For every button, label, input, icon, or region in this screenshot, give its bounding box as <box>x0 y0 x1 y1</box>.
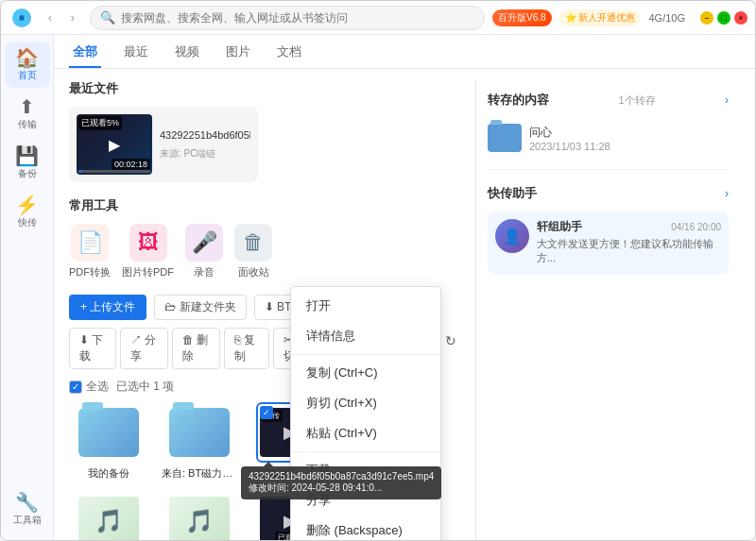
tool-pdf[interactable]: 📄 PDF转换 <box>69 224 111 279</box>
folder-icon <box>78 408 139 457</box>
duration-badge: 00:02:18 <box>112 159 150 170</box>
context-menu: 打开 详情信息 复制 (Ctrl+C) 剪切 (Ctrl+X) 粘贴 (Ctrl… <box>290 286 441 540</box>
progress-bar <box>78 170 150 173</box>
tab-all[interactable]: 全部 <box>69 38 101 68</box>
tool-trash[interactable]: 🗑 面收站 <box>234 224 272 279</box>
tool-trash-label: 面收站 <box>238 265 269 279</box>
menu-details[interactable]: 详情信息 <box>291 321 440 351</box>
tab-image[interactable]: 图片 <box>222 38 254 68</box>
helper-more[interactable]: › <box>725 187 729 200</box>
menu-copy[interactable]: 复制 (Ctrl+C) <box>291 358 440 388</box>
folder-tab <box>490 120 502 125</box>
menu-copy-label: 复制 (Ctrl+C) <box>306 364 377 381</box>
progress-badge: 已观看5% <box>78 116 122 130</box>
toolbox-icon: 🔧 <box>15 493 39 512</box>
app-window: ‹ › 🔍 百升版V6.8 ⭐ 新人开通优惠 4G/10G − □ × 🏠 首页… <box>0 0 756 541</box>
tools-grid: 📄 PDF转换 🖼 图片转PDF <box>69 224 460 279</box>
sidebar-item-quicksend-label: 快传 <box>18 216 37 229</box>
search-icon: 🔍 <box>100 10 115 25</box>
helper-desc: 大文件发送更方便！您建议私功能传输方... <box>537 237 721 266</box>
menu-delete-label: 删除 (Backspace) <box>306 522 403 539</box>
tool-img2pdf[interactable]: 🖼 图片转PDF <box>122 224 174 279</box>
recent-file-name: 43292251b4bd6f05b0a87ca3d91c7ee5fmp4 <box>160 128 250 143</box>
forward-button[interactable]: › <box>63 8 82 27</box>
file-item-backup[interactable]: 我的备份 <box>69 402 148 480</box>
tool-img2pdf-label: 图片转PDF <box>122 265 174 279</box>
menu-paste-label: 粘贴 (Ctrl+V) <box>306 425 377 442</box>
download-button[interactable]: ⬇ 下载 <box>69 328 116 369</box>
menu-open[interactable]: 打开 <box>291 291 440 321</box>
sidebar-item-transfer[interactable]: ⬆ 传输 <box>5 92 50 137</box>
file-name-label: 我的备份 <box>88 466 129 480</box>
backup-icon: 💾 <box>15 146 39 165</box>
back-button[interactable]: ‹ <box>41 8 60 27</box>
tool-record[interactable]: 🎤 录音 <box>185 224 223 279</box>
selected-count: 已选中 1 项 <box>116 379 174 395</box>
content-scroll[interactable]: 最近文件 ▶ 已观看5% <box>54 69 755 540</box>
window-controls: − □ × <box>700 11 747 25</box>
main-layout: 🏠 首页 ⬆ 传输 💾 备份 ⚡ 快传 🔧 工具箱 <box>1 35 755 540</box>
file-item-music1[interactable]: 🎵 摆成 - YOU ALL MY LIFE_16... <box>69 491 148 540</box>
file-tooltip: 43292251b4bd6f05b0a87ca3d91c7ee5.mp4 修改时… <box>241 466 441 499</box>
minimize-button[interactable]: − <box>700 11 713 25</box>
helper-card[interactable]: 👤 轩组助手 04/16 20:00 大文件发送更方便！您建议私功能传输方... <box>488 211 729 274</box>
music-thumb: 🎵 <box>169 497 230 540</box>
tool-pdf-label: PDF转换 <box>69 265 111 279</box>
file-thumb-wrap <box>75 402 143 463</box>
upload-button[interactable]: + 上传文件 <box>69 295 146 320</box>
helper-section: 快传助手 › 👤 轩组助手 04/16 20:00 <box>488 185 729 274</box>
helper-time: 04/16 20:00 <box>671 222 721 232</box>
share-button[interactable]: ↗ 分享 <box>120 328 168 369</box>
tab-video[interactable]: 视频 <box>171 38 203 68</box>
sidebar-item-quicksend[interactable]: ⚡ 快传 <box>5 190 50 235</box>
transfer-icon: ⬆ <box>19 97 35 116</box>
recent-file-source: 来源: PC端链 <box>160 147 250 161</box>
tab-recent[interactable]: 最近 <box>120 38 152 68</box>
sidebar-item-backup-label: 备份 <box>18 167 37 180</box>
traffic-info: 4G/10G <box>648 12 685 24</box>
new-folder-button[interactable]: 🗁 新建文件夹 <box>154 295 246 320</box>
copy-button[interactable]: ⎘ 复制 <box>224 328 268 369</box>
tab-bar: 全部 最近 视频 图片 文档 <box>54 35 755 69</box>
tooltip-modified: 修改时间: 2024-05-28 09:41:0... <box>249 482 434 495</box>
delete-button[interactable]: 🗑 删除 <box>172 328 220 369</box>
menu-divider-1 <box>291 354 440 355</box>
svg-point-1 <box>19 15 25 21</box>
sidebar-item-toolbox[interactable]: 🔧 工具箱 <box>5 487 50 533</box>
menu-delete[interactable]: 删除 (Backspace) <box>291 516 440 540</box>
recent-file-card[interactable]: ▶ 已观看5% 00:02:18 43292251b4bd6f05b <box>69 107 258 182</box>
select-all-label: 全选 <box>86 379 109 395</box>
close-button[interactable]: × <box>734 11 747 25</box>
sidebar-item-backup[interactable]: 💾 备份 <box>5 141 50 186</box>
folder-icon-blue <box>488 124 522 152</box>
file-thumb-wrap: 🎵 <box>75 491 143 540</box>
transfer-more[interactable]: › <box>725 93 729 107</box>
select-all-checkbox[interactable]: 全选 <box>69 379 109 395</box>
tools-section: 常用工具 📄 PDF转换 🖼 <box>69 197 460 279</box>
helper-name: 轩组助手 <box>537 219 582 235</box>
search-input[interactable] <box>121 11 474 25</box>
tab-doc[interactable]: 文档 <box>273 38 305 68</box>
recent-section-title: 最近文件 <box>69 80 460 97</box>
file-thumb-wrap: 🎵 <box>165 491 233 540</box>
sidebar-item-home[interactable]: 🏠 首页 <box>5 42 50 88</box>
promo-badge[interactable]: ⭐ 新人开通优惠 <box>559 9 642 26</box>
transfer-file-info: 问心 2023/11/03 11:28 <box>529 125 610 152</box>
menu-cut[interactable]: 剪切 (Ctrl+X) <box>291 388 440 418</box>
refresh-icon[interactable]: ↻ <box>440 328 460 354</box>
file-item-music2[interactable]: 🎵 摆成 - 四考(Single Version)... <box>160 491 239 540</box>
home-icon: 🏠 <box>15 48 39 67</box>
content-area: 全部 最近 视频 图片 文档 最近文件 <box>54 35 755 540</box>
menu-cut-label: 剪切 (Ctrl+X) <box>306 395 377 412</box>
version-badge: 百升版V6.8 <box>492 9 552 26</box>
maximize-button[interactable]: □ <box>717 11 730 25</box>
recent-file-info: 43292251b4bd6f05b0a87ca3d91c7ee5fmp4 来源:… <box>160 128 250 160</box>
file-item-bt[interactable]: 来自: BT磁力下载款 <box>160 402 239 480</box>
transfer-header: 转存的内容 1个转存 › <box>488 92 729 109</box>
menu-paste[interactable]: 粘贴 (Ctrl+V) <box>291 418 440 448</box>
tooltip-arrow <box>264 462 273 466</box>
transfer-file-name: 问心 <box>529 125 610 141</box>
tooltip-filename: 43292251b4bd6f05b0a87ca3d91c7ee5.mp4 <box>249 471 434 482</box>
transfer-item[interactable]: 问心 2023/11/03 11:28 <box>488 118 729 158</box>
search-bar[interactable]: 🔍 <box>90 6 485 30</box>
